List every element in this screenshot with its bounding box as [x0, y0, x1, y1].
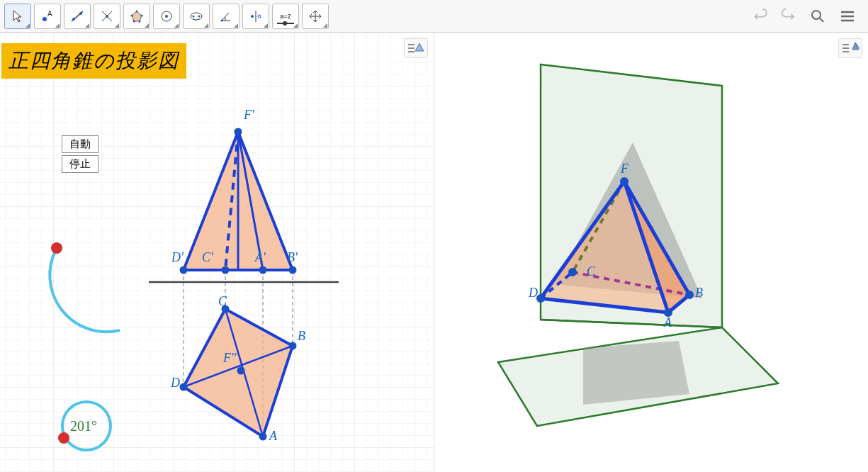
edge-fa [624, 181, 668, 313]
tool-point[interactable]: A [34, 4, 61, 29]
tool-move[interactable] [4, 4, 31, 29]
svg-point-7 [106, 15, 108, 18]
svg-text:A: A [47, 10, 52, 18]
tool-reflect[interactable] [242, 4, 269, 29]
graphics-view-3d[interactable]: F A B C D [434, 33, 868, 472]
toolbar-right [750, 6, 864, 27]
ellipse-icon [189, 9, 203, 23]
svg-point-4 [79, 12, 82, 15]
point3d-D[interactable] [536, 294, 545, 303]
redo-icon [780, 8, 797, 25]
title-box: 正四角錐の投影図 [1, 43, 186, 79]
svg-point-10 [141, 14, 143, 16]
tool-polygon[interactable] [123, 4, 150, 29]
cursor-icon [11, 9, 25, 23]
svg-marker-31 [415, 43, 424, 51]
tool-line[interactable] [64, 4, 91, 29]
point3d-F[interactable] [620, 177, 629, 186]
base-edge-cb [573, 272, 689, 295]
tool-circle[interactable] [153, 4, 180, 29]
svg-point-19 [221, 19, 223, 21]
svg-point-12 [133, 20, 135, 22]
svg-point-22 [258, 15, 261, 18]
slider-text: a=2 [280, 13, 291, 20]
search-icon [809, 8, 826, 25]
svg-point-21 [251, 15, 254, 18]
edge-fc [573, 181, 624, 272]
base-edge-ab [668, 295, 689, 313]
hamburger-icon [839, 8, 856, 25]
shadow-vertical [555, 142, 702, 298]
tool-angle[interactable] [213, 4, 239, 29]
svg-line-24 [820, 18, 823, 22]
shadow-horizontal [583, 341, 689, 405]
svg-point-17 [193, 15, 195, 17]
tool-perpendicular[interactable] [94, 4, 120, 29]
label3d-D: D [528, 286, 538, 300]
graphics-view-2d[interactable]: 正四角錐の投影図 自動 停止 [0, 33, 434, 472]
svg-point-15 [165, 15, 168, 18]
label3d-F: F [620, 162, 629, 176]
face-left [541, 181, 668, 313]
grid-background [0, 33, 434, 472]
tool-move-view[interactable] [302, 4, 329, 29]
svg-point-18 [198, 15, 201, 17]
svg-point-13 [131, 14, 133, 16]
base-edge-da [541, 298, 668, 313]
edge-fd [541, 181, 624, 298]
tool-slider[interactable]: a=2 [272, 4, 299, 29]
circle-icon [159, 9, 174, 23]
main-area: 正四角錐の投影図 自動 停止 [0, 33, 868, 472]
redo-button[interactable] [779, 6, 799, 26]
perpendicular-icon [100, 9, 114, 23]
point3d-C[interactable] [568, 268, 577, 276]
svg-marker-8 [132, 11, 142, 21]
point3d-B[interactable] [685, 291, 694, 299]
horizontal-plane [498, 327, 778, 426]
face-back-left [541, 181, 624, 298]
line-icon [70, 9, 84, 23]
face-right [624, 181, 689, 313]
point-icon: A [40, 9, 55, 23]
style-bar-icon [407, 41, 425, 55]
style-bar-2d[interactable] [404, 38, 428, 58]
svg-point-0 [43, 17, 47, 21]
style-bar-3d-icon [841, 41, 859, 55]
undo-icon [752, 8, 769, 25]
label3d-C: C [587, 264, 596, 279]
reflect-icon [249, 9, 263, 23]
page-title: 正四角錐の投影図 [9, 50, 179, 72]
undo-button[interactable] [750, 6, 770, 26]
stop-button[interactable]: 停止 [62, 155, 98, 173]
tool-ellipse[interactable] [183, 4, 210, 29]
angle-icon [219, 9, 233, 23]
vertical-plane [541, 64, 722, 327]
plane-seam [541, 320, 722, 327]
svg-point-23 [812, 11, 821, 19]
svg-point-9 [136, 10, 138, 12]
svg-point-3 [72, 18, 75, 21]
auto-button[interactable]: 自動 [62, 135, 98, 153]
search-button[interactable] [807, 6, 828, 27]
point3d-A[interactable] [664, 308, 672, 317]
svg-point-11 [139, 20, 141, 22]
polygon-icon [130, 9, 144, 23]
base-edge-dc [541, 272, 573, 298]
toolbar: A a=2 [0, 0, 868, 33]
menu-button[interactable] [837, 6, 858, 27]
construction-3d: F A B C D [434, 33, 868, 472]
label3d-A: A [663, 315, 672, 330]
edge-fb [624, 181, 689, 295]
svg-point-16 [191, 13, 202, 20]
label3d-B: B [695, 286, 703, 300]
move-view-icon [308, 9, 322, 23]
style-bar-3d[interactable] [838, 38, 862, 58]
